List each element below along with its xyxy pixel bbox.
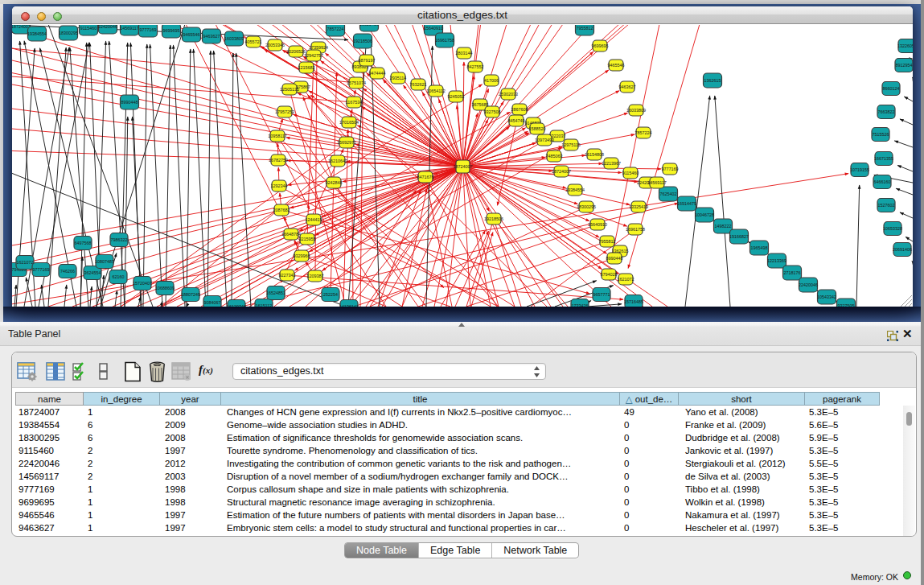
svg-text:1244415: 1244415 — [306, 217, 322, 222]
svg-text:2087682: 2087682 — [273, 208, 290, 212]
svg-text:7485063: 7485063 — [546, 154, 563, 159]
svg-text:20691406: 20691406 — [893, 247, 912, 252]
svg-text:9327505: 9327505 — [838, 303, 855, 307]
svg-text:12942757: 12942757 — [304, 53, 323, 58]
svg-text:10653328: 10653328 — [883, 226, 902, 231]
svg-text:16648784: 16648784 — [281, 232, 301, 237]
svg-text:9463627: 9463627 — [203, 34, 220, 39]
svg-text:2867608: 2867608 — [511, 107, 528, 112]
svg-text:16033809: 16033809 — [626, 108, 646, 113]
svg-text:12213967: 12213967 — [602, 161, 621, 166]
svg-text:12505135: 12505135 — [280, 87, 299, 92]
svg-text:9465546: 9465546 — [608, 63, 625, 68]
svg-text:1362615: 1362615 — [704, 78, 721, 83]
svg-text:6466160: 6466160 — [874, 179, 891, 184]
svg-text:13226058: 13226058 — [897, 43, 913, 48]
svg-text:16782759: 16782759 — [269, 158, 288, 163]
svg-text:7515526: 7515526 — [873, 132, 889, 137]
svg-text:15720407: 15720407 — [133, 281, 152, 286]
svg-text:16914479: 16914479 — [677, 201, 696, 206]
svg-text:7663822: 7663822 — [878, 109, 895, 114]
svg-text:20206526: 20206526 — [286, 49, 306, 54]
svg-text:10958117: 10958117 — [268, 134, 287, 138]
svg-text:16154808: 16154808 — [585, 152, 604, 157]
svg-text:16210643: 16210643 — [328, 159, 347, 163]
svg-text:19166827: 19166827 — [729, 234, 749, 239]
svg-text:18724007: 18724007 — [454, 164, 473, 169]
svg-text:18300295: 18300295 — [577, 204, 596, 209]
svg-text:12213369: 12213369 — [767, 258, 786, 263]
svg-text:9115460: 9115460 — [622, 171, 639, 175]
svg-text:7625402: 7625402 — [660, 192, 677, 196]
svg-text:9242848: 9242848 — [326, 180, 343, 185]
svg-text:16961758: 16961758 — [435, 38, 454, 43]
svg-text:3675685: 3675685 — [472, 102, 489, 107]
svg-text:3215955: 3215955 — [299, 237, 316, 241]
svg-text:1215682: 1215682 — [298, 65, 315, 70]
svg-text:15716485: 15716485 — [624, 299, 643, 304]
svg-text:9327508: 9327508 — [484, 109, 501, 114]
svg-text:9465546: 9465546 — [183, 32, 200, 37]
svg-text:6879197: 6879197 — [359, 58, 376, 63]
svg-text:6497568: 6497568 — [75, 241, 92, 245]
svg-text:9084067: 9084067 — [204, 300, 221, 305]
svg-text:22420046: 22420046 — [98, 25, 117, 29]
svg-text:1588520: 1588520 — [529, 126, 546, 131]
svg-text:1527602: 1527602 — [878, 203, 895, 208]
svg-text:62160: 62160 — [113, 274, 125, 279]
svg-text:17016504: 17016504 — [339, 120, 359, 125]
svg-text:7857224: 7857224 — [327, 27, 344, 31]
svg-text:1167534: 1167534 — [346, 100, 363, 105]
svg-text:14569117: 14569117 — [647, 180, 667, 185]
svg-text:417006: 417006 — [484, 78, 499, 83]
svg-text:9245052: 9245052 — [448, 94, 465, 99]
svg-text:7857224: 7857224 — [635, 130, 652, 135]
svg-text:1209387: 1209387 — [307, 274, 324, 278]
svg-text:2803144: 2803144 — [456, 51, 473, 56]
svg-text:10719155: 10719155 — [850, 167, 869, 172]
svg-text:9777169: 9777169 — [140, 27, 157, 32]
svg-text:7632621: 7632621 — [410, 82, 427, 87]
svg-text:10973493: 10973493 — [535, 138, 554, 142]
svg-text:8427552: 8427552 — [467, 64, 484, 69]
svg-text:9657771: 9657771 — [593, 292, 610, 297]
svg-text:10046728: 10046728 — [695, 212, 714, 217]
svg-text:13325419: 13325419 — [629, 204, 648, 209]
svg-text:7955812: 7955812 — [599, 239, 616, 244]
svg-text:22420046: 22420046 — [799, 282, 818, 287]
svg-text:9463627: 9463627 — [619, 84, 636, 89]
svg-text:1621072: 1621072 — [618, 277, 634, 282]
svg-text:15692971: 15692971 — [337, 140, 356, 145]
svg-text:1965498: 1965498 — [751, 245, 768, 250]
svg-text:746266: 746266 — [60, 269, 75, 274]
svg-text:8990448: 8990448 — [606, 256, 623, 261]
svg-text:7955812: 7955812 — [577, 26, 593, 31]
svg-text:1292344: 1292344 — [271, 183, 288, 188]
svg-text:19384554: 19384554 — [27, 31, 47, 36]
svg-text:15751074: 15751074 — [347, 80, 366, 85]
svg-text:8990448: 8990448 — [121, 100, 138, 105]
svg-text:18300295: 18300295 — [59, 31, 78, 35]
svg-text:25302033: 25302033 — [499, 92, 518, 97]
svg-text:9329966: 9329966 — [294, 253, 310, 258]
svg-text:16033809: 16033809 — [224, 36, 244, 41]
svg-text:2718176: 2718176 — [784, 270, 801, 275]
svg-text:18807249: 18807249 — [181, 292, 200, 297]
svg-text:9227342: 9227342 — [279, 273, 296, 278]
svg-text:20053346: 20053346 — [265, 43, 285, 47]
svg-text:13325419: 13325419 — [359, 25, 379, 27]
svg-text:9777169: 9777169 — [662, 167, 679, 171]
svg-text:9699695: 9699695 — [592, 43, 609, 48]
svg-text:4055721: 4055721 — [245, 39, 262, 44]
svg-text:16671355: 16671355 — [874, 156, 893, 161]
svg-text:14136141: 14136141 — [339, 304, 359, 307]
svg-text:19384554: 19384554 — [565, 187, 585, 192]
svg-text:17957253: 17957253 — [275, 109, 294, 114]
svg-text:1621072: 1621072 — [17, 260, 34, 265]
svg-text:12975115: 12975115 — [561, 142, 581, 147]
svg-text:16524851: 16524851 — [266, 290, 285, 295]
svg-text:9699695: 9699695 — [163, 28, 180, 33]
svg-text:10807487: 10807487 — [95, 259, 114, 264]
svg-text:16120746: 16120746 — [227, 304, 246, 307]
svg-text:1733426: 1733426 — [572, 303, 589, 307]
